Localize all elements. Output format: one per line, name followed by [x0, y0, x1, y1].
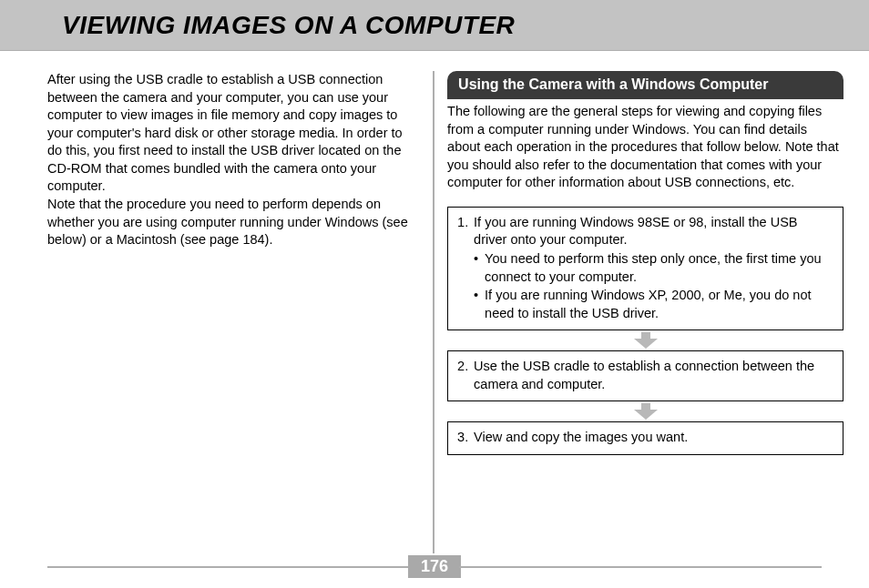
step-text: If you are running Windows 98SE or 98, i… [474, 214, 833, 249]
arrow-wrap [447, 332, 843, 349]
content-area: After using the USB cradle to establish … [0, 51, 869, 553]
arrow-down-icon [634, 403, 658, 420]
page-title: VIEWING IMAGES ON A COMPUTER [62, 11, 515, 40]
bullet-text: If you are running Windows XP, 2000, or … [485, 287, 833, 322]
step-text: Use the USB cradle to establish a connec… [474, 358, 833, 393]
header-bar: VIEWING IMAGES ON A COMPUTER [0, 0, 869, 51]
footer-rule-left [47, 566, 410, 568]
arrow-down-icon [634, 332, 658, 349]
step-number: 3. [457, 429, 474, 447]
step-box-1: 1. If you are running Windows 98SE or 98… [447, 207, 843, 330]
intro-paragraph-1: After using the USB cradle to establish … [47, 71, 416, 196]
right-column: Using the Camera with a Windows Computer… [447, 71, 843, 553]
section-header: Using the Camera with a Windows Computer [447, 71, 843, 99]
bullet-icon: • [474, 250, 485, 286]
arrow-wrap [447, 403, 843, 420]
step-box-3: 3. View and copy the images you want. [447, 421, 843, 455]
left-column: After using the USB cradle to establish … [47, 71, 429, 553]
section-intro: The following are the general steps for … [447, 103, 843, 192]
bullet-text: You need to perform this step only once,… [485, 250, 833, 286]
step-box-2: 2. Use the USB cradle to establish a con… [447, 350, 843, 401]
bullet-icon: • [474, 287, 485, 322]
column-divider [433, 71, 434, 553]
footer-rule-right [459, 566, 822, 568]
page-number-badge: 176 [408, 555, 461, 578]
step-number: 1. [457, 214, 474, 249]
step-text: View and copy the images you want. [474, 429, 833, 447]
step-number: 2. [457, 358, 474, 393]
intro-paragraph-2: Note that the procedure you need to perf… [47, 196, 416, 249]
footer: 176 [0, 555, 869, 579]
